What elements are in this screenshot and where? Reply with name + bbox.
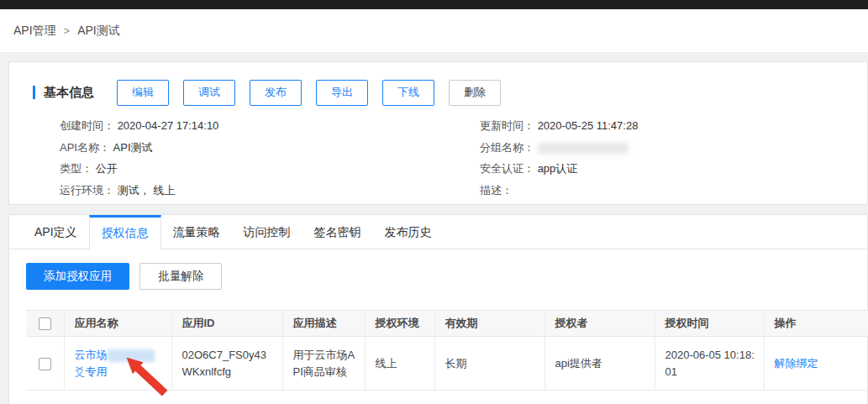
field-group-name: 分组名称： (480, 137, 638, 159)
app-name-suffix: 专用 (86, 365, 108, 378)
batch-unbind-button[interactable]: 批量解除 (139, 263, 222, 290)
created-time-label: 创建时间： (60, 119, 114, 132)
tab-publish-history[interactable]: 发布历史 (373, 215, 444, 249)
tab-api-definition[interactable]: API定义 (23, 215, 89, 249)
auth-time-cell: 2020-06-05 10:18:01 (655, 337, 764, 391)
window-top-bar (0, 0, 868, 9)
type-value: 公开 (96, 162, 118, 175)
updated-time-value: 2020-05-25 11:47:28 (538, 119, 639, 132)
field-description: 描述： (480, 180, 638, 202)
col-validity: 有效期 (434, 311, 544, 337)
tab-access-control[interactable]: 访问控制 (232, 215, 302, 249)
security-auth-value: app认证 (538, 162, 578, 175)
col-auth-env: 授权环境 (365, 311, 434, 337)
col-authorizer: 授权者 (544, 311, 655, 337)
edit-button[interactable]: 编辑 (117, 80, 169, 106)
created-time-value: 2020-04-27 17:14:10 (118, 119, 219, 132)
breadcrumb-separator: > (64, 24, 71, 37)
group-name-label: 分组名称： (480, 141, 534, 154)
authorizer-cell: api提供者 (544, 337, 655, 391)
field-api-name: API名称： API测试 (60, 137, 480, 159)
validity-cell: 长期 (434, 337, 544, 391)
col-app-desc: 应用描述 (282, 311, 365, 337)
tab-signature-key[interactable]: 签名密钥 (302, 215, 373, 249)
add-authorized-app-button[interactable]: 添加授权应用 (26, 263, 129, 290)
select-all-checkbox[interactable] (39, 317, 51, 330)
app-name-fragment: 爻 (75, 365, 86, 378)
actions-cell: 解除绑定 (764, 337, 868, 391)
table-header-row: 应用名称 应用ID 应用描述 授权环境 有效期 授权者 授权时间 操作 (26, 311, 868, 337)
delete-button[interactable]: 删除 (449, 80, 501, 106)
offline-button[interactable]: 下线 (382, 80, 434, 106)
app-desc-cell: 用于云市场API商品审核 (282, 337, 365, 391)
field-security-auth: 安全认证： app认证 (480, 158, 638, 180)
col-app-name: 应用名称 (64, 311, 171, 337)
row-checkbox[interactable] (39, 358, 51, 370)
tab-bar: API定义 授权信息 流量策略 访问控制 签名密钥 发布历史 (9, 215, 867, 249)
field-updated-time: 更新时间： 2020-05-25 11:47:28 (480, 115, 638, 137)
description-label: 描述： (480, 184, 513, 197)
api-name-label: API名称： (60, 141, 110, 154)
red-annotation-arrow-icon (118, 352, 172, 401)
basic-info-panel: 基本信息 编辑 调试 发布 导出 下线 删除 创建时间： 2020-04-27 … (8, 61, 868, 205)
breadcrumb-item-api-management[interactable]: API管理 (13, 24, 56, 39)
updated-time-label: 更新时间： (480, 119, 534, 132)
export-button[interactable]: 导出 (316, 80, 368, 106)
tab-auth-info[interactable]: 授权信息 (89, 215, 161, 250)
type-label: 类型： (60, 162, 92, 175)
col-app-id: 应用ID (171, 311, 282, 337)
security-auth-label: 安全认证： (480, 162, 534, 175)
app-id-cell: 02O6C7_FS0y43WKxnlfcfg (171, 337, 282, 391)
tab-traffic-policy[interactable]: 流量策略 (161, 215, 232, 249)
app-name-prefix: 云市场 (75, 349, 108, 361)
group-name-redaction-blur (538, 143, 629, 154)
field-runtime-env: 运行环境： 测试， 线上 (60, 180, 480, 202)
field-type: 类型： 公开 (60, 158, 480, 180)
breadcrumb-item-api-test: API测试 (77, 24, 120, 39)
unbind-link[interactable]: 解除绑定 (775, 357, 818, 370)
basic-info-title: 基本信息 (33, 85, 94, 101)
runtime-env-value: 测试， 线上 (118, 184, 176, 197)
debug-button[interactable]: 调试 (183, 80, 235, 106)
runtime-env-label: 运行环境： (60, 184, 114, 197)
breadcrumb: API管理 > API测试 (0, 9, 868, 53)
publish-button[interactable]: 发布 (250, 80, 302, 106)
auth-env-cell: 线上 (365, 337, 434, 391)
field-created-time: 创建时间： 2020-04-27 17:14:10 (60, 115, 480, 137)
api-name-value: API测试 (113, 141, 153, 154)
col-auth-time: 授权时间 (655, 311, 764, 337)
col-actions: 操作 (764, 311, 868, 337)
